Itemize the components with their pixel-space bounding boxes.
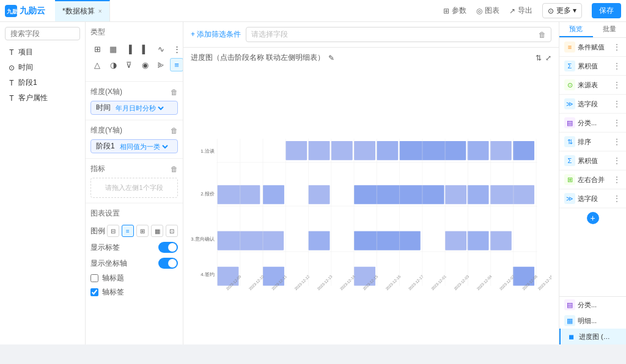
tag-icon: T [7,79,16,87]
chart-icon: ◎ [476,7,482,15]
right-item-select2[interactable]: ≫ 选字段 ⋮ [559,189,626,208]
merge-more-icon[interactable]: ⋮ [613,175,621,184]
accumulate-more-icon[interactable]: ⋮ [613,61,621,71]
svg-rect-26 [468,231,489,250]
dimension-x-section: 维度(X轴) 🗑 时间 年月日时分秒 [86,81,183,120]
right-item-merge[interactable]: ⊞ 左右合并 ⋮ [559,170,626,189]
select-icon: ≫ [564,98,575,109]
select-more-icon[interactable]: ⋮ [613,99,621,109]
chart-edit-icon[interactable]: ✎ [328,54,334,62]
chart-expand-icon[interactable]: ⤢ [545,54,551,62]
show-axis-toggle[interactable] [158,258,178,269]
source-more-icon[interactable]: ⋮ [613,80,621,90]
svg-text:2.报价: 2.报价 [201,191,214,197]
right-bottom-detail[interactable]: ▦ 明细... [559,313,626,329]
axis-title-checkbox[interactable] [90,274,98,282]
chart-type-funnel[interactable]: ⊽ [122,58,136,71]
svg-rect-13 [490,141,512,160]
svg-text:3.意向确认: 3.意向确认 [191,236,214,242]
sort-icon: ⇅ [564,136,575,147]
right-bottom-progress[interactable]: ◼ 进度图 (… [559,329,626,344]
add-step-button[interactable]: + [559,208,626,228]
sort-more-icon[interactable]: ⋮ [613,137,621,147]
tab-data-reconciliation[interactable]: *数据核算 × [55,0,110,21]
export-button[interactable]: ↗ 导出 [509,5,532,16]
svg-rect-16 [263,185,284,204]
condition-icon: ≡ [564,42,575,53]
chart-type-table2[interactable]: ▦ [106,42,120,56]
dimension-x-select[interactable]: 年月日时分秒 [113,104,166,112]
more-icon: ⊙ [548,7,554,15]
classify-more-icon[interactable]: ⋮ [613,118,621,128]
chart-type-grid: ⊞ ▦ ▐ ▌ ∿ ⋮ △ ◑ ⊽ ◉ ⫸ ≡ [90,42,178,71]
chart-sort-icon[interactable]: ⇅ [536,54,542,62]
select2-icon: ≫ [564,193,575,204]
svg-text:2023-12-13: 2023-12-13 [316,274,333,291]
bottom-detail-icon: ▦ [564,315,575,326]
chart-type-table[interactable]: ⊞ [90,42,104,56]
main-layout: T 项目 ⊙ 时间 T 阶段1 T 客户属性 类型 ⊞ [0,22,626,344]
chart-type-bar[interactable]: ▐ [122,42,136,56]
chart-type-bar2[interactable]: ▌ [138,42,152,56]
right-item-accumulate[interactable]: Σ 累积值 ⋮ [559,57,626,76]
more-button[interactable]: ⊙ 更多 ▾ [542,3,582,18]
sidebar-item-project[interactable]: T 项目 [5,45,80,59]
show-labels-toggle[interactable] [158,242,178,253]
dimension-y-section: 维度(Y轴) 🗑 阶段1 相同值为一类 [86,120,183,158]
chart-type-line[interactable]: ∿ [154,42,168,56]
legend-icon-2[interactable]: ≡ [122,225,134,237]
condition-more-icon[interactable]: ⋮ [613,42,621,52]
legend-icon-5[interactable]: ⊡ [166,225,178,237]
chart-type-pie[interactable]: ◑ [106,58,120,71]
save-button[interactable]: 保存 [592,3,621,18]
axis-label-checkbox[interactable] [90,288,98,296]
chart-button[interactable]: ◎ 图表 [476,5,499,16]
metrics-drop-zone[interactable]: 请拖入左侧1个字段 [90,178,178,198]
right-item-source[interactable]: ⊙ 来源表 ⋮ [559,76,626,95]
metrics-delete-icon[interactable]: 🗑 [171,165,178,173]
right-item-condition[interactable]: ≡ 条件赋值 ⋮ [559,38,626,57]
dimension-y-tag[interactable]: 阶段1 相同值为一类 [90,139,178,153]
right-item-classify[interactable]: ▤ 分类... ⋮ [559,114,626,133]
dimension-x-delete-icon[interactable]: 🗑 [171,88,178,96]
right-bottom-classify[interactable]: ▤ 分类... [559,297,626,313]
search-input[interactable] [5,27,80,40]
chart-type-scatter[interactable]: ⋮ [170,42,183,56]
chart-type-area[interactable]: △ [90,58,104,71]
right-item-select[interactable]: ≫ 选字段 ⋮ [559,95,626,114]
tab-preview[interactable]: 预览 [559,22,593,37]
accumulate2-more-icon[interactable]: ⋮ [613,156,621,166]
dimension-y-title: 维度(Y轴) 🗑 [90,125,178,136]
sidebar-item-time[interactable]: ⊙ 时间 [5,60,80,75]
sidebar-item-customer[interactable]: T 客户属性 [5,91,80,105]
tab-batch[interactable]: 批量 [593,22,627,37]
legend-icon-3[interactable]: ⊞ [136,225,149,237]
bottom-classify-icon: ▤ [564,299,575,310]
classify-icon: ▤ [564,117,575,128]
svg-text:2023-12-18: 2023-12-18 [537,274,551,291]
sidebar-item-stage[interactable]: T 阶段1 [5,76,80,90]
chart-type-progress[interactable]: ≡ [170,58,183,71]
legend-icon-1[interactable]: ⊟ [107,225,119,237]
legend-icon-4[interactable]: ▦ [151,225,163,237]
chart-type-bubble[interactable]: ◉ [138,58,152,71]
source-icon: ⊙ [564,79,575,90]
dimension-x-tag[interactable]: 时间 年月日时分秒 [90,101,178,115]
delete-filter-icon[interactable]: 🗑 [539,31,546,39]
add-circle-icon: + [587,212,599,224]
svg-rect-22 [217,231,284,250]
add-filter-button[interactable]: + 添加筛选条件 [191,29,241,40]
right-item-accumulate2[interactable]: Σ 累积值 ⋮ [559,151,626,170]
svg-rect-12 [468,141,489,160]
accumulate2-icon: Σ [564,155,575,166]
params-button[interactable]: ⊞ 参数 [443,5,466,16]
select2-more-icon[interactable]: ⋮ [613,194,621,203]
chart-type-waterfall[interactable]: ⫸ [154,58,168,71]
dimension-y-delete-icon[interactable]: 🗑 [171,126,178,135]
right-item-sort[interactable]: ⇅ 排序 ⋮ [559,133,626,151]
dimension-y-select[interactable]: 相同值为一类 [117,142,170,151]
svg-text:2023-12-10: 2023-12-10 [248,274,265,291]
filter-field-select[interactable]: 请选择字段 🗑 [246,27,551,42]
left-sidebar: T 项目 ⊙ 时间 T 阶段1 T 客户属性 [0,22,86,344]
tab-close-icon[interactable]: × [98,8,102,15]
